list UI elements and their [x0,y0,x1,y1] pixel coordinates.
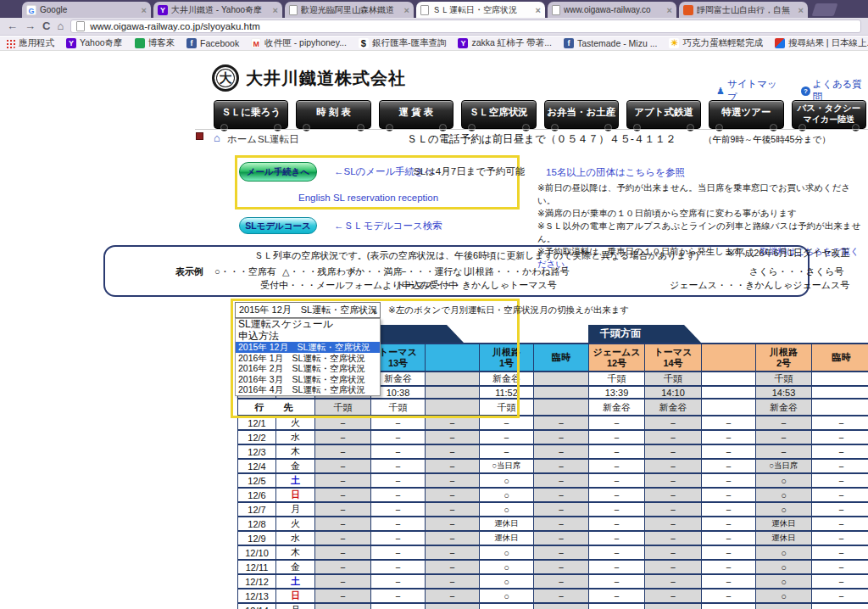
table-row: 12/4金−−−○当日席−−−−○当日席− [238,459,868,473]
nav-label: 特選ツアー [711,106,781,119]
column-header: 川根路 2号 [756,344,812,372]
question-icon: ? [801,87,810,96]
bookmark-item[interactable]: fFacebook [186,38,239,48]
bookmark-item[interactable]: YYahoo奇摩 [66,37,123,49]
bookmark-label: 應用程式 [19,37,54,49]
browser-tab[interactable]: Y大井川鐵道 - Yahoo奇摩× [153,2,282,18]
availability-cell: − [702,473,756,488]
nav-timetable[interactable]: 時 刻 表 [296,100,370,129]
departure-time-cell: 14:53 [756,386,812,399]
new-tab-button[interactable] [812,3,838,16]
browser-tab[interactable]: 歡迎光臨阿里山森林鐵道× [285,2,414,18]
back-icon[interactable]: ← [7,19,18,34]
availability-cell: − [534,574,589,589]
close-tab-icon[interactable]: × [142,5,147,15]
nav-sl-seats[interactable]: ＳＬ空席状況 [461,100,536,129]
group-reservation-link[interactable]: 15名以上の団体はこちらを参照 [546,166,685,179]
availability-cell: − [812,545,868,560]
availability-cell: ○ [756,560,812,574]
nav-bento-souvenir[interactable]: お弁当・お土産 [544,100,619,129]
availability-cell: − [589,444,645,459]
close-tab-icon[interactable]: × [798,5,804,15]
month-option[interactable]: 2016年 1月 SL運転・空席状況 [236,353,380,364]
bookmark-item[interactable]: $銀行匯率-匯率查詢 [359,37,447,49]
month-option[interactable]: 2016年 4月 SL運転・空席状況 [236,384,380,395]
breadcrumb-home[interactable]: ホーム [227,133,257,146]
availability-cell: − [371,517,426,531]
availability-cell: − [426,430,480,444]
availability-cell: − [645,603,702,609]
availability-cell: ○当日席 [756,459,812,473]
bookmark-item[interactable]: fTastemade - Mizu ... [564,38,658,48]
bookmark-label: 搜尋結果 | 日本線上... [788,37,868,49]
yahoo-icon: Y [458,38,468,48]
availability-cell: − [426,603,480,609]
browser-tab-bar: GGoogle×Y大井川鐵道 - Yahoo奇摩×歡迎光臨阿里山森林鐵道×ＳＬ運… [0,0,868,18]
forward-icon[interactable]: → [25,19,36,34]
month-option[interactable]: 2016年 2月 SL運転・空席状況 [236,363,380,374]
red-bullet-icon [196,132,203,140]
availability-cell: − [589,488,645,502]
reload-icon[interactable]: C [42,19,50,34]
availability-cell: − [480,430,534,444]
availability-cell: − [371,488,426,502]
date-cell: 12/13 [238,589,276,603]
availability-cell: ○ [756,502,812,517]
home-icon[interactable]: ⌂ [57,19,64,34]
month-selector[interactable]: 2015年 12月 SL運転・空席状況 ▼ [235,302,381,318]
month-option[interactable]: 申込方法 [236,331,380,343]
nav-sl-ride[interactable]: ＳＬに乗ろう [214,100,288,129]
close-tab-icon[interactable]: × [404,5,409,15]
availability-cell: − [534,473,589,488]
month-option[interactable]: 2016年 3月 SL運転・空席状況 [236,374,380,385]
mail-procedure-button[interactable]: メール手続きへ [239,162,317,182]
bookmark-item[interactable]: M收件匣 - pipyhoney... [251,37,347,49]
nav-tours[interactable]: 特選ツアー [709,100,783,129]
note-line: ※ＳＬ以外の電車と南アルプスあぷとラインの列車と路線バスは予約が出来ません。 [537,220,868,245]
availability-cell: − [534,589,589,603]
legend-label: 表示例 [175,265,203,278]
availability-cell: − [426,574,480,589]
availability-cell: − [315,502,371,517]
availability-cell: ○ [480,574,534,589]
orange-favicon-icon [683,5,693,15]
month-option[interactable]: 2015年 12月 SL運転・空席状況 [236,342,380,353]
red-blue-icon [775,38,785,48]
availability-cell: − [812,517,868,531]
bookmark-item[interactable]: 博客來 [135,37,175,49]
date-cell: 12/5 [238,473,276,488]
availability-cell: − [534,444,589,459]
bookmark-item[interactable]: ☀巧克力蛋糕輕鬆完成 [669,37,763,49]
bookmark-item[interactable]: Yzakka 紅柿子 帶著... [458,37,552,49]
availability-cell: − [812,603,868,609]
breadcrumb-strip: ⌂ ホーム SL運転日 ＳＬの電話予約は前日昼まで（０５４７）４５-４１１２ （… [195,129,868,146]
nav-label: ＳＬに乗ろう [216,106,286,119]
table-row: 12/12土−−−○−−−−○− [238,574,868,589]
browser-tab[interactable]: GGoogle× [22,2,151,18]
address-bar[interactable]: www.oigawa-railway.co.jp/slyoyaku.htm [70,20,861,33]
english-reservation-link[interactable]: English SL reservation reception [298,193,438,203]
departure-station-cell [812,372,868,386]
availability-cell: − [702,531,756,545]
close-tab-icon[interactable]: × [273,5,278,15]
nav-abt-railway[interactable]: アプト式鉄道 [626,100,701,129]
bookmark-item[interactable]: 應用程式 [5,37,54,49]
model-course-link[interactable]: ←ＳＬモデルコース検索 [334,220,442,232]
close-tab-icon[interactable]: × [667,5,672,15]
availability-cell: − [589,517,645,531]
close-tab-icon[interactable]: × [536,5,541,15]
destination-cell [812,399,868,416]
nav-bus-taxi[interactable]: バス・タクシーマイカー陸送 [792,100,866,129]
availability-cell: ○ [480,545,534,560]
browser-tab[interactable]: www.oigawa-railway.co× [548,2,676,18]
url-text: www.oigawa-railway.co.jp/slyoyaku.htm [90,21,259,31]
model-course-button[interactable]: SLモデルコース [239,217,317,234]
availability-cell: − [534,502,589,517]
bookmark-item[interactable]: 搜尋結果 | 日本線上... [775,37,868,49]
nav-fares[interactable]: 運 賃 表 [379,100,453,129]
browser-tab[interactable]: ＳＬ運転日・空席状況× [416,2,545,18]
nav-label: 運 賃 表 [381,106,451,119]
browser-tab[interactable]: 靜岡富士山自由行，自無× [679,2,808,18]
page-favicon-icon [289,5,298,15]
month-option[interactable]: SL運転スケジュール [236,319,380,331]
